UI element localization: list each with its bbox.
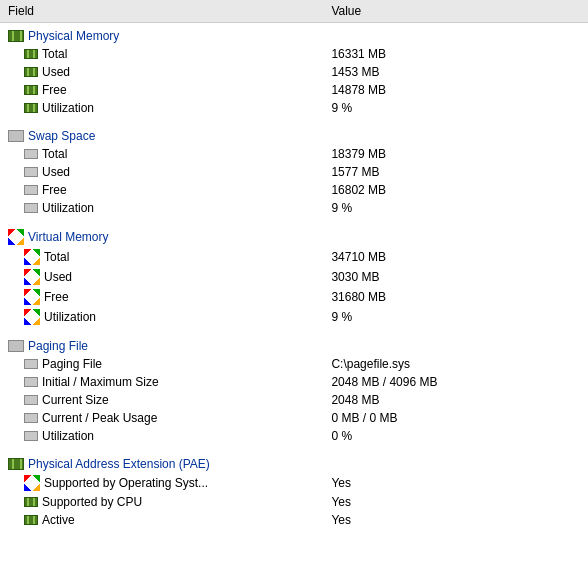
row-pae-active: ActiveYes xyxy=(0,511,588,529)
child-label-pf-util: Utilization xyxy=(42,429,94,443)
child-label-vm-used: Used xyxy=(44,270,72,284)
child-value-pf-file: C:\pagefile.sys xyxy=(323,355,588,373)
row-pf-curr: Current Size2048 MB xyxy=(0,391,588,409)
windows-icon xyxy=(24,475,40,491)
windows-icon xyxy=(8,229,24,245)
child-label-pf-file: Paging File xyxy=(42,357,102,371)
child-label-pm-total: Total xyxy=(42,47,67,61)
paging-icon xyxy=(8,340,24,352)
child-label-pf-peak: Current / Peak Usage xyxy=(42,411,157,425)
row-pm-util: Utilization9 % xyxy=(0,99,588,117)
child-label-pf-init: Initial / Maximum Size xyxy=(42,375,159,389)
child-label-pae-os: Supported by Operating Syst... xyxy=(44,476,208,490)
memory-small-icon xyxy=(24,497,38,507)
paging-small-icon xyxy=(24,413,38,423)
info-table: Field Value Physical MemoryTotal16331 MB… xyxy=(0,0,588,529)
section-label-pae: Physical Address Extension (PAE) xyxy=(28,457,210,471)
section-swap-space: Swap Space xyxy=(0,123,588,145)
child-value-pf-util: 0 % xyxy=(323,427,588,445)
section-label-swap-space: Swap Space xyxy=(28,129,95,143)
child-value-pf-curr: 2048 MB xyxy=(323,391,588,409)
section-label-virtual-memory: Virtual Memory xyxy=(28,230,108,244)
windows-icon xyxy=(24,309,40,325)
windows-icon xyxy=(24,269,40,285)
child-label-ss-total: Total xyxy=(42,147,67,161)
section-label-paging-file: Paging File xyxy=(28,339,88,353)
child-label-pf-curr: Current Size xyxy=(42,393,109,407)
row-pm-total: Total16331 MB xyxy=(0,45,588,63)
row-vm-util: Utilization9 % xyxy=(0,307,588,327)
child-value-ss-total: 18379 MB xyxy=(323,145,588,163)
child-label-pm-util: Utilization xyxy=(42,101,94,115)
row-ss-used: Used1577 MB xyxy=(0,163,588,181)
child-value-pf-init: 2048 MB / 4096 MB xyxy=(323,373,588,391)
child-label-pm-used: Used xyxy=(42,65,70,79)
row-ss-total: Total18379 MB xyxy=(0,145,588,163)
section-virtual-memory: Virtual Memory xyxy=(0,223,588,247)
row-pf-util: Utilization0 % xyxy=(0,427,588,445)
child-label-vm-total: Total xyxy=(44,250,69,264)
child-value-pm-util: 9 % xyxy=(323,99,588,117)
row-vm-used: Used3030 MB xyxy=(0,267,588,287)
paging-small-icon xyxy=(24,359,38,369)
table-header: Field Value xyxy=(0,0,588,23)
row-vm-free: Free31680 MB xyxy=(0,287,588,307)
child-value-ss-free: 16802 MB xyxy=(323,181,588,199)
child-label-vm-free: Free xyxy=(44,290,69,304)
swap-small-icon xyxy=(24,185,38,195)
child-label-ss-free: Free xyxy=(42,183,67,197)
child-label-vm-util: Utilization xyxy=(44,310,96,324)
child-label-pae-active: Active xyxy=(42,513,75,527)
child-label-ss-util: Utilization xyxy=(42,201,94,215)
swap-icon xyxy=(8,130,24,142)
memory-small-icon xyxy=(24,85,38,95)
row-ss-util: Utilization9 % xyxy=(0,199,588,217)
child-label-pae-cpu: Supported by CPU xyxy=(42,495,142,509)
windows-icon xyxy=(24,249,40,265)
child-value-ss-util: 9 % xyxy=(323,199,588,217)
row-pm-free: Free14878 MB xyxy=(0,81,588,99)
child-value-vm-used: 3030 MB xyxy=(323,267,588,287)
memory-icon xyxy=(8,458,24,470)
field-column-header: Field xyxy=(0,0,323,23)
child-label-ss-used: Used xyxy=(42,165,70,179)
memory-small-icon xyxy=(24,49,38,59)
row-pf-file: Paging FileC:\pagefile.sys xyxy=(0,355,588,373)
paging-small-icon xyxy=(24,377,38,387)
value-column-header: Value xyxy=(323,0,588,23)
child-value-vm-total: 34710 MB xyxy=(323,247,588,267)
memory-small-icon xyxy=(24,515,38,525)
child-value-ss-used: 1577 MB xyxy=(323,163,588,181)
swap-small-icon xyxy=(24,167,38,177)
section-physical-memory: Physical Memory xyxy=(0,23,588,46)
child-label-pm-free: Free xyxy=(42,83,67,97)
row-pae-cpu: Supported by CPUYes xyxy=(0,493,588,511)
child-value-pf-peak: 0 MB / 0 MB xyxy=(323,409,588,427)
swap-small-icon xyxy=(24,203,38,213)
child-value-pm-free: 14878 MB xyxy=(323,81,588,99)
paging-small-icon xyxy=(24,395,38,405)
row-pm-used: Used1453 MB xyxy=(0,63,588,81)
child-value-pae-active: Yes xyxy=(323,511,588,529)
section-label-physical-memory: Physical Memory xyxy=(28,29,119,43)
memory-small-icon xyxy=(24,67,38,77)
child-value-pm-total: 16331 MB xyxy=(323,45,588,63)
row-vm-total: Total34710 MB xyxy=(0,247,588,267)
row-pae-os: Supported by Operating Syst...Yes xyxy=(0,473,588,493)
paging-small-icon xyxy=(24,431,38,441)
memory-icon xyxy=(8,30,24,42)
section-pae: Physical Address Extension (PAE) xyxy=(0,451,588,473)
row-ss-free: Free16802 MB xyxy=(0,181,588,199)
child-value-vm-util: 9 % xyxy=(323,307,588,327)
child-value-pm-used: 1453 MB xyxy=(323,63,588,81)
section-paging-file: Paging File xyxy=(0,333,588,355)
child-value-vm-free: 31680 MB xyxy=(323,287,588,307)
row-pf-init: Initial / Maximum Size2048 MB / 4096 MB xyxy=(0,373,588,391)
memory-small-icon xyxy=(24,103,38,113)
windows-icon xyxy=(24,289,40,305)
child-value-pae-cpu: Yes xyxy=(323,493,588,511)
main-container: Field Value Physical MemoryTotal16331 MB… xyxy=(0,0,588,529)
child-value-pae-os: Yes xyxy=(323,473,588,493)
swap-small-icon xyxy=(24,149,38,159)
row-pf-peak: Current / Peak Usage0 MB / 0 MB xyxy=(0,409,588,427)
